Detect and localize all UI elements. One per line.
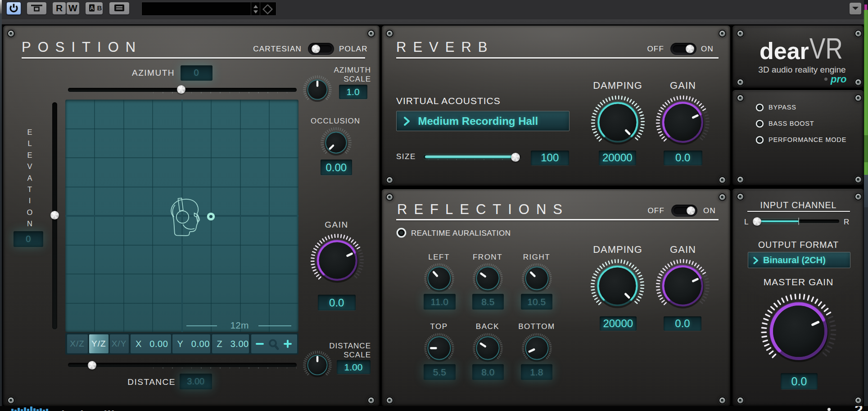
svg-text:B: B — [97, 4, 102, 12]
svg-text:A: A — [90, 5, 94, 11]
